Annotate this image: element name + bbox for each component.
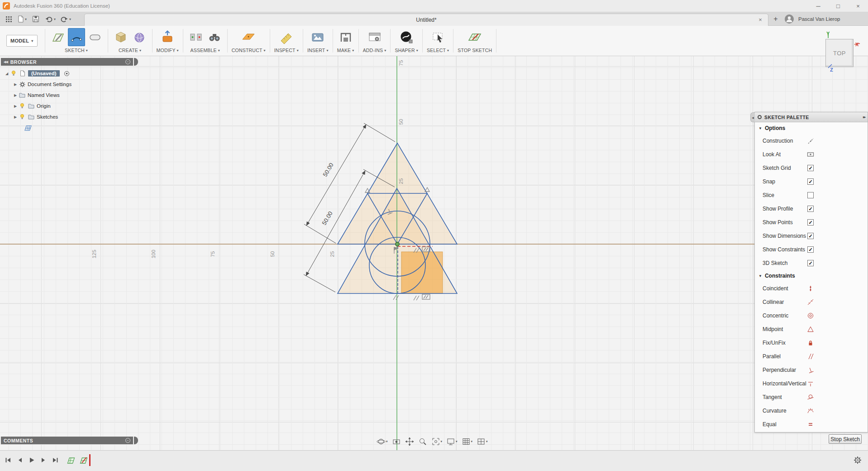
workspace-switcher[interactable]: MODEL ▾ [6, 35, 38, 47]
constraint-parallel[interactable]: Parallel [755, 350, 868, 363]
palette-option-snap[interactable]: Snap [755, 175, 868, 188]
toolbar-menu-assemble[interactable]: ASSEMBLE▾ [191, 48, 220, 53]
toolbar-menu-shaper[interactable]: SHAPER▾ [395, 48, 418, 53]
document-root-label[interactable]: (Unsaved) [28, 70, 60, 77]
3d-sketch-checkbox[interactable] [807, 260, 814, 266]
viewport-canvas[interactable]: 50.00 50.00 75 50 25 125 [0, 56, 868, 450]
lock-icon[interactable] [806, 339, 816, 347]
new-solid-button[interactable] [112, 28, 129, 46]
tree-expanded-icon[interactable]: ◢ [4, 72, 10, 76]
redo-button[interactable]: ▾ [59, 14, 72, 24]
sketch-palette-header[interactable]: SKETCH PALETTE ▸▸ [755, 112, 868, 122]
palette-option-3d-sketch[interactable]: 3D Sketch [755, 256, 868, 270]
constraint-midpoint[interactable]: Midpoint [755, 322, 868, 336]
construct-plane-button[interactable] [240, 28, 257, 46]
user-name[interactable]: Pascal Van Lierop [798, 16, 840, 22]
show-points-checkbox[interactable] [807, 219, 814, 226]
show-dimensions-checkbox[interactable] [807, 233, 814, 239]
tangent-icon[interactable] [806, 393, 816, 401]
create-sketch-button[interactable] [49, 28, 67, 46]
constraint-perpendicular[interactable]: Perpendicular [755, 363, 868, 377]
midpoint-icon[interactable] [806, 325, 816, 333]
close-button[interactable]: × [848, 0, 868, 12]
parallel-icon[interactable] [806, 352, 816, 360]
go-to-end-button[interactable] [51, 456, 60, 465]
maximize-button[interactable]: □ [828, 0, 848, 12]
palette-option-slice[interactable]: Slice [755, 188, 868, 202]
toolbar-menu-make[interactable]: MAKE▾ [337, 48, 354, 53]
toolbar-menu-modify[interactable]: MODIFY▾ [157, 48, 179, 53]
pan-button[interactable] [405, 437, 414, 446]
go-to-start-button[interactable] [4, 456, 13, 465]
interference-button[interactable] [206, 28, 223, 46]
zoom-button[interactable] [418, 437, 427, 446]
equal-icon[interactable] [806, 420, 816, 428]
browser-item-active-sketch[interactable] [4, 122, 135, 133]
constraint-equal[interactable]: Equal [755, 418, 868, 431]
avatar[interactable] [785, 14, 794, 24]
palette-option-show-dimensions[interactable]: Show Dimensions [755, 229, 868, 243]
browser-item-named-views[interactable]: ▶ Named Views [12, 90, 135, 101]
look-at-icon[interactable] [806, 150, 816, 159]
palette-collapse-handle[interactable]: ◀ [750, 112, 755, 122]
browser-collapse-button[interactable]: − [125, 59, 130, 64]
constraint-coincident[interactable]: Coincident [755, 282, 868, 295]
display-settings-button[interactable]: ▾ [446, 437, 458, 446]
tree-collapsed-icon[interactable]: ▶ [12, 115, 19, 119]
timeline-sketch-feature-active[interactable] [79, 455, 89, 465]
toolbar-menu-stop-sketch[interactable]: STOP SKETCH [458, 48, 492, 53]
snap-checkbox[interactable] [807, 178, 814, 185]
select-button[interactable] [429, 28, 447, 46]
collinear-icon[interactable] [806, 298, 816, 306]
timeline-position-marker[interactable] [89, 454, 91, 466]
equal-constraint-glyph[interactable] [422, 294, 430, 299]
visibility-bulb-icon[interactable] [19, 103, 26, 109]
origin-point[interactable] [396, 242, 399, 246]
browser-panel-header[interactable]: ◀◀ BROWSER − [1, 58, 133, 66]
fit-button[interactable]: ▾ [431, 437, 443, 446]
comments-panel-header[interactable]: COMMENTS − [1, 437, 133, 444]
press-pull-button[interactable] [159, 28, 176, 46]
constraint-curvature[interactable]: Curvature [755, 404, 868, 418]
activate-target-icon[interactable] [63, 70, 71, 77]
toolbar-menu-create[interactable]: CREATE▾ [119, 48, 141, 53]
scripts-addins-button[interactable] [366, 28, 383, 46]
viewports-button[interactable]: ▾ [477, 437, 488, 446]
arc-tool-button-active[interactable] [68, 28, 85, 46]
axis-z-label[interactable]: Z [830, 67, 833, 72]
coincident-icon[interactable] [806, 284, 816, 293]
expand-right-icon[interactable]: ▸▸ [863, 115, 865, 119]
dimension-value[interactable]: 50.00 [321, 162, 334, 178]
toolbar-menu-construct[interactable]: CONSTRUCT▾ [232, 48, 266, 53]
minimize-button[interactable]: ─ [808, 0, 828, 12]
make-button[interactable] [337, 28, 354, 46]
timeline-sketch-feature[interactable] [66, 455, 76, 465]
new-document-button[interactable]: + [771, 15, 780, 23]
palette-option-show-constraints[interactable]: Show Constraints [755, 243, 868, 256]
toolbar-menu-insert[interactable]: INSERT▾ [307, 48, 329, 53]
parallel-constraint-glyph[interactable] [414, 296, 419, 300]
save-button[interactable] [30, 14, 42, 24]
palette-option-show-points[interactable]: Show Points [755, 216, 868, 229]
curvature-icon[interactable] [806, 407, 816, 415]
tree-collapsed-icon[interactable]: ▶ [12, 82, 19, 87]
joint-button[interactable] [187, 28, 205, 46]
create-form-button[interactable] [131, 28, 148, 46]
toolbar-menu-select[interactable]: SELECT▾ [427, 48, 449, 53]
sketch-grid-checkbox[interactable] [807, 165, 814, 171]
orbit-button[interactable]: ▾ [377, 437, 388, 446]
grid-snaps-button[interactable]: ▾ [462, 437, 473, 446]
palette-section-options[interactable]: ▼ Options [755, 122, 868, 134]
constraint-tangent[interactable]: Tangent [755, 390, 868, 404]
slice-checkbox[interactable] [807, 192, 814, 198]
construction-icon[interactable] [806, 137, 816, 145]
measure-button[interactable] [278, 28, 295, 46]
collapse-left-icon[interactable]: ◀◀ [4, 60, 8, 64]
browser-item-document-settings[interactable]: ▶ Document Settings [12, 79, 135, 90]
perpendicular-icon[interactable] [806, 366, 816, 374]
horizontal-vertical-icon[interactable] [806, 380, 816, 388]
document-tab[interactable]: Untitled* × [84, 14, 768, 26]
browser-item-origin[interactable]: ▶ Origin [12, 101, 135, 111]
step-back-button[interactable] [15, 456, 24, 465]
file-menu-button[interactable]: ▾ [16, 14, 28, 24]
